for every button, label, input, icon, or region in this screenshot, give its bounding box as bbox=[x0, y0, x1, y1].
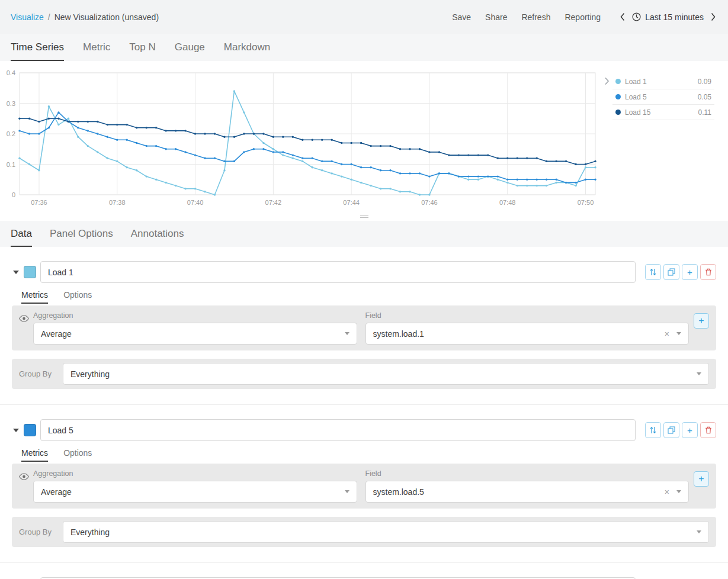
series-collapse-button[interactable] bbox=[12, 271, 20, 274]
group-by-select[interactable]: Everything bbox=[63, 521, 709, 543]
series-clone-button[interactable] bbox=[663, 422, 679, 438]
eye-icon bbox=[19, 315, 29, 322]
series-color-swatch[interactable] bbox=[24, 424, 36, 436]
legend-value: 0.11 bbox=[698, 108, 711, 117]
tab-options[interactable]: Options bbox=[63, 448, 92, 462]
drag-handle-icon bbox=[360, 215, 368, 218]
clear-field-icon[interactable]: × bbox=[665, 487, 669, 497]
field-label: Field bbox=[365, 469, 689, 478]
tab-panel-options[interactable]: Panel Options bbox=[50, 228, 113, 247]
group-by-value: Everything bbox=[70, 527, 110, 537]
svg-text:0.3: 0.3 bbox=[7, 100, 15, 107]
add-metric-button[interactable]: + bbox=[694, 471, 709, 487]
series-sort-button[interactable] bbox=[645, 264, 661, 280]
series-collapse-button[interactable] bbox=[12, 429, 20, 432]
series-header-row: + bbox=[12, 261, 716, 283]
chevron-left-icon bbox=[620, 12, 626, 21]
caret-down-icon bbox=[13, 429, 19, 432]
series-label-input[interactable] bbox=[40, 419, 636, 441]
group-by-label: Group By bbox=[19, 527, 53, 536]
sort-icon bbox=[650, 426, 656, 434]
metric-visibility-toggle[interactable] bbox=[19, 311, 33, 345]
chevron-down-icon bbox=[345, 490, 349, 493]
field-select[interactable]: system.load.1 × bbox=[365, 323, 689, 345]
series-delete-button[interactable] bbox=[700, 422, 716, 438]
reporting-button[interactable]: Reporting bbox=[565, 12, 601, 22]
save-button[interactable]: Save bbox=[452, 12, 471, 22]
series-header-row: + bbox=[12, 419, 716, 441]
tab-gauge[interactable]: Gauge bbox=[175, 41, 205, 61]
tab-time-series[interactable]: Time Series bbox=[11, 41, 64, 61]
field-select[interactable]: system.load.5 × bbox=[365, 481, 689, 503]
editor-tabs: Data Panel Options Annotations bbox=[0, 221, 728, 247]
chevron-down-icon bbox=[676, 490, 681, 493]
svg-text:07:50: 07:50 bbox=[578, 199, 594, 206]
clear-field-icon[interactable]: × bbox=[665, 329, 669, 339]
chevron-down-icon bbox=[345, 332, 349, 335]
legend-item-load-15[interactable]: Load 15 0.11 bbox=[612, 105, 714, 120]
series-add-button[interactable]: + bbox=[682, 264, 698, 280]
chevron-right-icon bbox=[710, 12, 716, 21]
legend-dot bbox=[615, 79, 621, 84]
series-add-button[interactable]: + bbox=[682, 422, 698, 438]
time-picker: Last 15 minutes bbox=[618, 11, 717, 22]
time-back-button[interactable] bbox=[618, 11, 627, 22]
aggregation-label: Aggregation bbox=[33, 311, 357, 320]
svg-text:07:38: 07:38 bbox=[109, 199, 126, 206]
legend-item-load-1[interactable]: Load 1 0.09 bbox=[612, 74, 714, 89]
aggregation-value: Average bbox=[41, 487, 72, 497]
time-series-chart: 00.10.20.30.407:3607:3807:4007:4207:4407… bbox=[0, 69, 597, 211]
legend-value: 0.05 bbox=[698, 93, 711, 101]
tab-top-n[interactable]: Top N bbox=[129, 41, 155, 61]
refresh-button[interactable]: Refresh bbox=[521, 12, 550, 22]
group-by-select[interactable]: Everything bbox=[63, 363, 709, 385]
legend-item-load-5[interactable]: Load 5 0.05 bbox=[612, 89, 714, 105]
eye-icon bbox=[19, 473, 29, 480]
tab-markdown[interactable]: Markdown bbox=[224, 41, 270, 61]
tab-annotations[interactable]: Annotations bbox=[131, 228, 184, 247]
series-delete-button[interactable] bbox=[700, 264, 716, 280]
series-clone-button[interactable] bbox=[663, 264, 679, 280]
clone-icon bbox=[668, 268, 675, 276]
metric-panel: Aggregation Average Field system.load.5 … bbox=[12, 464, 716, 509]
aggregation-select[interactable]: Average bbox=[33, 323, 357, 345]
clock-icon bbox=[632, 12, 641, 21]
share-button[interactable]: Share bbox=[485, 12, 507, 22]
tab-metrics[interactable]: Metrics bbox=[21, 290, 48, 304]
group-by-panel: Group By Everything bbox=[12, 359, 716, 389]
svg-text:07:40: 07:40 bbox=[187, 199, 204, 206]
series-label-input[interactable] bbox=[40, 261, 636, 283]
trash-icon bbox=[705, 268, 712, 276]
series-sort-button[interactable] bbox=[645, 422, 661, 438]
svg-text:07:46: 07:46 bbox=[421, 199, 438, 206]
time-forward-button[interactable] bbox=[709, 11, 717, 22]
tab-metric[interactable]: Metric bbox=[83, 41, 110, 61]
series-sub-tabs: Metrics Options bbox=[21, 448, 716, 464]
add-metric-button[interactable]: + bbox=[694, 313, 709, 329]
tab-options[interactable]: Options bbox=[63, 290, 92, 304]
aggregation-select[interactable]: Average bbox=[33, 481, 357, 503]
series-actions: + bbox=[645, 422, 716, 438]
svg-text:07:44: 07:44 bbox=[343, 199, 360, 206]
svg-text:07:36: 07:36 bbox=[31, 199, 47, 206]
panel-resizer[interactable] bbox=[0, 211, 728, 221]
legend-collapse-button[interactable] bbox=[601, 74, 612, 211]
tab-metrics[interactable]: Metrics bbox=[21, 448, 48, 462]
legend-value: 0.09 bbox=[698, 78, 711, 86]
time-range-button[interactable]: Last 15 minutes bbox=[632, 12, 704, 22]
series-color-swatch[interactable] bbox=[24, 266, 36, 278]
group-by-value: Everything bbox=[70, 369, 110, 379]
aggregation-label: Aggregation bbox=[33, 469, 357, 478]
series-sub-tabs: Metrics Options bbox=[21, 290, 716, 305]
chevron-down-icon bbox=[697, 372, 701, 375]
tab-data[interactable]: Data bbox=[11, 228, 32, 247]
chart-legend: Load 1 0.09 Load 5 0.05 Load 15 0.11 bbox=[612, 74, 714, 211]
metric-visibility-toggle[interactable] bbox=[19, 469, 33, 503]
breadcrumb-visualize-link[interactable]: Visualize bbox=[11, 12, 44, 22]
aggregation-value: Average bbox=[41, 329, 72, 339]
viz-type-tabs: Time Series Metric Top N Gauge Markdown bbox=[0, 34, 728, 61]
chart-section: 00.10.20.30.407:3607:3807:4007:4207:4407… bbox=[0, 61, 728, 211]
clone-icon bbox=[668, 426, 675, 434]
series-actions: + bbox=[645, 264, 716, 280]
time-series-chart-svg: 00.10.20.30.407:3607:3807:4007:4207:4407… bbox=[0, 69, 597, 209]
